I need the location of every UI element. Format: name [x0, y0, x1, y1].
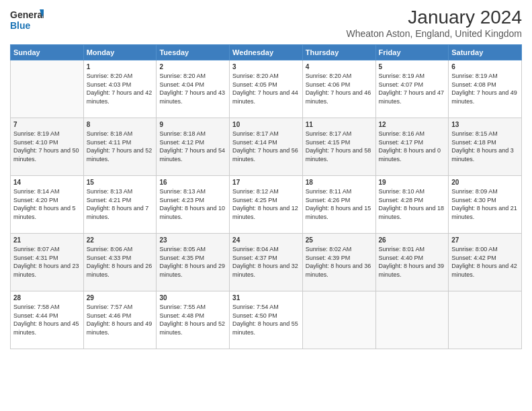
- day-cell-2-3: 17 Sunrise: 8:12 AM Sunset: 4:25 PM Dayl…: [230, 176, 303, 234]
- sunrise-text: Sunrise: 8:13 AM: [159, 188, 206, 195]
- day-cell-1-3: 10 Sunrise: 8:17 AM Sunset: 4:14 PM Dayl…: [230, 118, 303, 176]
- day-number: 4: [306, 63, 373, 71]
- sunset-text: Sunset: 4:17 PM: [379, 139, 424, 146]
- daylight-text: Daylight: 8 hours and 49 minutes.: [87, 320, 152, 336]
- calendar-table: Sunday Monday Tuesday Wednesday Thursday…: [10, 44, 522, 349]
- week-row-4: 28 Sunrise: 7:58 AM Sunset: 4:44 PM Dayl…: [11, 291, 522, 349]
- day-cell-3-4: 25 Sunrise: 8:02 AM Sunset: 4:39 PM Dayl…: [302, 234, 375, 291]
- sunrise-text: Sunrise: 7:58 AM: [13, 304, 60, 310]
- day-cell-3-1: 22 Sunrise: 8:06 AM Sunset: 4:33 PM Dayl…: [83, 234, 157, 291]
- day-info: Sunrise: 8:16 AM Sunset: 4:17 PM Dayligh…: [379, 130, 446, 163]
- day-cell-1-5: 12 Sunrise: 8:16 AM Sunset: 4:17 PM Dayl…: [375, 118, 449, 176]
- daylight-text: Daylight: 8 hours and 26 minutes.: [87, 263, 152, 278]
- day-cell-2-4: 18 Sunrise: 8:11 AM Sunset: 4:26 PM Dayl…: [302, 176, 375, 234]
- daylight-text: Daylight: 7 hours and 47 minutes.: [379, 89, 445, 105]
- day-info: Sunrise: 7:57 AM Sunset: 4:46 PM Dayligh…: [87, 303, 154, 336]
- daylight-text: Daylight: 8 hours and 7 minutes.: [87, 205, 149, 220]
- day-info: Sunrise: 8:01 AM Sunset: 4:40 PM Dayligh…: [379, 245, 446, 279]
- sunrise-text: Sunrise: 8:14 AM: [13, 188, 60, 195]
- daylight-text: Daylight: 7 hours and 50 minutes.: [13, 147, 79, 163]
- day-number: 7: [13, 121, 81, 128]
- day-number: 12: [379, 121, 446, 128]
- day-info: Sunrise: 8:13 AM Sunset: 4:21 PM Dayligh…: [87, 187, 154, 221]
- daylight-text: Daylight: 8 hours and 29 minutes.: [159, 263, 225, 278]
- sunset-text: Sunset: 4:05 PM: [232, 81, 277, 88]
- header-friday: Friday: [375, 45, 449, 60]
- day-cell-0-1: 1 Sunrise: 8:20 AM Sunset: 4:03 PM Dayli…: [83, 60, 157, 118]
- day-number: 24: [232, 236, 300, 244]
- day-cell-0-3: 3 Sunrise: 8:20 AM Sunset: 4:05 PM Dayli…: [230, 60, 303, 118]
- day-cell-0-2: 2 Sunrise: 8:20 AM Sunset: 4:04 PM Dayli…: [157, 60, 230, 118]
- day-cell-4-0: 28 Sunrise: 7:58 AM Sunset: 4:44 PM Dayl…: [11, 291, 84, 349]
- day-cell-4-2: 30 Sunrise: 7:55 AM Sunset: 4:48 PM Dayl…: [157, 291, 230, 349]
- day-info: Sunrise: 8:04 AM Sunset: 4:37 PM Dayligh…: [232, 245, 300, 279]
- sunset-text: Sunset: 4:42 PM: [451, 255, 496, 261]
- logo: General Blue: [10, 7, 44, 35]
- day-info: Sunrise: 7:55 AM Sunset: 4:48 PM Dayligh…: [159, 303, 226, 336]
- week-row-0: 1 Sunrise: 8:20 AM Sunset: 4:03 PM Dayli…: [11, 60, 522, 118]
- header-sunday: Sunday: [11, 45, 84, 60]
- sunset-text: Sunset: 4:03 PM: [87, 81, 132, 88]
- day-info: Sunrise: 8:14 AM Sunset: 4:20 PM Dayligh…: [13, 187, 81, 221]
- day-cell-1-2: 9 Sunrise: 8:18 AM Sunset: 4:12 PM Dayli…: [157, 118, 230, 176]
- sunset-text: Sunset: 4:07 PM: [379, 81, 424, 88]
- sunset-text: Sunset: 4:11 PM: [87, 139, 132, 146]
- day-info: Sunrise: 8:00 AM Sunset: 4:42 PM Dayligh…: [451, 245, 519, 279]
- daylight-text: Daylight: 8 hours and 45 minutes.: [13, 320, 79, 336]
- day-number: 2: [159, 63, 226, 71]
- day-number: 11: [306, 121, 373, 128]
- day-info: Sunrise: 8:20 AM Sunset: 4:05 PM Dayligh…: [232, 72, 300, 105]
- day-number: 15: [87, 179, 154, 186]
- day-cell-1-0: 7 Sunrise: 8:19 AM Sunset: 4:10 PM Dayli…: [11, 118, 84, 176]
- day-cell-2-5: 19 Sunrise: 8:10 AM Sunset: 4:28 PM Dayl…: [375, 176, 449, 234]
- sunrise-text: Sunrise: 8:17 AM: [306, 130, 352, 137]
- sunrise-text: Sunrise: 8:02 AM: [306, 246, 352, 253]
- daylight-text: Daylight: 7 hours and 43 minutes.: [159, 89, 225, 105]
- daylight-text: Daylight: 7 hours and 52 minutes.: [87, 147, 152, 163]
- sunrise-text: Sunrise: 8:04 AM: [232, 246, 279, 253]
- sunset-text: Sunset: 4:33 PM: [87, 255, 132, 261]
- daylight-text: Daylight: 8 hours and 42 minutes.: [451, 263, 517, 278]
- day-number: 6: [451, 63, 519, 71]
- day-number: 13: [451, 121, 519, 128]
- day-cell-4-5: [375, 291, 449, 349]
- day-number: 17: [232, 179, 300, 186]
- daylight-text: Daylight: 8 hours and 21 minutes.: [451, 205, 517, 220]
- sunset-text: Sunset: 4:39 PM: [306, 255, 351, 261]
- sunset-text: Sunset: 4:30 PM: [451, 197, 496, 203]
- day-cell-4-6: [449, 291, 522, 349]
- calendar-page: General Blue January 2024 Wheaton Aston,…: [0, 0, 532, 411]
- day-number: 27: [451, 236, 519, 244]
- day-number: 9: [159, 121, 226, 128]
- sunset-text: Sunset: 4:31 PM: [13, 255, 58, 261]
- sunset-text: Sunset: 4:40 PM: [379, 255, 424, 261]
- header-tuesday: Tuesday: [157, 45, 230, 60]
- sunrise-text: Sunrise: 8:18 AM: [87, 130, 133, 137]
- header-saturday: Saturday: [449, 45, 522, 60]
- header: General Blue January 2024 Wheaton Aston,…: [10, 7, 522, 39]
- sunrise-text: Sunrise: 7:57 AM: [87, 304, 133, 310]
- day-number: 29: [87, 294, 154, 302]
- day-number: 10: [232, 121, 300, 128]
- daylight-text: Daylight: 7 hours and 56 minutes.: [232, 147, 298, 163]
- day-info: Sunrise: 8:02 AM Sunset: 4:39 PM Dayligh…: [306, 245, 373, 279]
- day-info: Sunrise: 8:17 AM Sunset: 4:14 PM Dayligh…: [232, 130, 300, 163]
- day-info: Sunrise: 8:06 AM Sunset: 4:33 PM Dayligh…: [87, 245, 154, 279]
- sunrise-text: Sunrise: 8:00 AM: [451, 246, 498, 253]
- day-number: 31: [232, 294, 300, 302]
- sunset-text: Sunset: 4:21 PM: [87, 197, 132, 203]
- day-info: Sunrise: 8:07 AM Sunset: 4:31 PM Dayligh…: [13, 245, 81, 279]
- day-cell-3-6: 27 Sunrise: 8:00 AM Sunset: 4:42 PM Dayl…: [449, 234, 522, 291]
- daylight-text: Daylight: 8 hours and 18 minutes.: [379, 205, 445, 220]
- sunset-text: Sunset: 4:15 PM: [306, 139, 351, 146]
- day-cell-0-4: 4 Sunrise: 8:20 AM Sunset: 4:06 PM Dayli…: [302, 60, 375, 118]
- daylight-text: Daylight: 8 hours and 52 minutes.: [159, 320, 225, 336]
- daylight-text: Daylight: 8 hours and 3 minutes.: [451, 147, 514, 163]
- day-cell-4-1: 29 Sunrise: 7:57 AM Sunset: 4:46 PM Dayl…: [83, 291, 157, 349]
- sunrise-text: Sunrise: 8:12 AM: [232, 188, 279, 195]
- sunrise-text: Sunrise: 8:01 AM: [379, 246, 425, 253]
- sunrise-text: Sunrise: 8:19 AM: [13, 130, 60, 137]
- title-block: January 2024 Wheaton Aston, England, Uni…: [346, 7, 522, 39]
- day-info: Sunrise: 7:54 AM Sunset: 4:50 PM Dayligh…: [232, 303, 300, 336]
- sunrise-text: Sunrise: 8:15 AM: [451, 130, 498, 137]
